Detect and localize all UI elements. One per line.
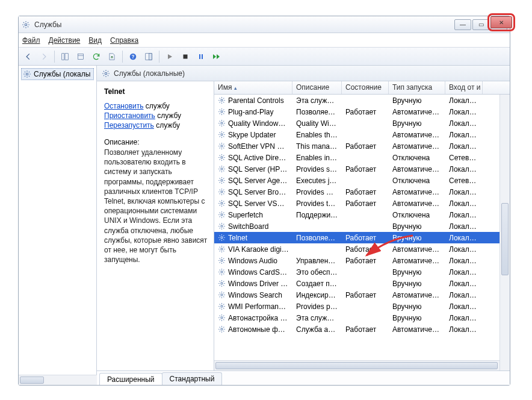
gear-icon <box>218 302 226 311</box>
forward-button[interactable] <box>37 49 51 64</box>
properties-button[interactable] <box>73 49 88 64</box>
gear-icon <box>218 234 226 242</box>
svg-point-20 <box>221 179 223 181</box>
menubar: Файл Действие Вид Справка <box>19 33 510 48</box>
gear-icon <box>218 108 226 116</box>
restart-service-link[interactable]: Перезапустить <box>104 121 154 130</box>
gear-icon <box>218 325 226 334</box>
restart-service-button[interactable] <box>209 49 224 64</box>
gear-icon <box>218 142 226 151</box>
grid-body[interactable]: Parental ControlsЭта служб…ВручнуюЛокаль… <box>214 95 510 360</box>
table-row[interactable]: VIA Karaoke digita…РаботаетАвтоматиче…Ло… <box>214 243 510 255</box>
back-button[interactable] <box>21 49 36 64</box>
console-tree[interactable]: Службы (локалы <box>19 66 97 385</box>
svg-point-19 <box>221 167 223 169</box>
close-button[interactable]: ✕ <box>490 19 507 30</box>
tab-standard[interactable]: Стандартный <box>162 372 223 385</box>
table-row[interactable]: Windows AudioУправлен…РаботаетАвтоматиче… <box>214 255 510 266</box>
svg-point-25 <box>221 236 223 238</box>
table-row[interactable]: SoftEther VPN Cli…This mana…РаботаетАвто… <box>214 140 510 152</box>
table-row[interactable]: WMI Performance…Provides p…ВручнуюЛокаль… <box>214 301 510 312</box>
table-row[interactable]: Plug-and-PlayПозволяет…РаботаетАвтоматич… <box>214 106 510 117</box>
stop-service-button[interactable] <box>178 49 193 64</box>
table-row[interactable]: Parental ControlsЭта служб…ВручнуюЛокаль… <box>214 95 510 106</box>
column-status[interactable]: Состояние <box>342 81 389 94</box>
gear-icon <box>218 188 226 196</box>
gear-icon <box>23 70 31 78</box>
maximize-button[interactable]: ▭ <box>472 19 489 30</box>
show-hide-tree-button[interactable] <box>58 49 72 64</box>
table-row[interactable]: SQL Active Direct…Enables int…ОтключенаС… <box>214 152 510 163</box>
table-row[interactable]: SQL Server BrowserProvides S…РаботаетАвт… <box>214 186 510 198</box>
pause-service-button[interactable] <box>194 49 208 64</box>
toolbar: ? <box>19 48 510 66</box>
refresh-button[interactable] <box>89 49 104 64</box>
table-row[interactable]: Windows Driver F…Создает п…ВручнуюЛокаль… <box>214 278 510 289</box>
svg-rect-10 <box>202 54 203 59</box>
selected-service-name: Telnet <box>104 87 208 96</box>
table-row[interactable]: SQL Server (HPDS…Provides st…РаботаетАвт… <box>214 163 510 175</box>
tree-root-services[interactable]: Службы (локалы <box>21 68 94 80</box>
table-row[interactable]: Quality Windows …Quality Wi…ВручнуюЛокал… <box>214 117 510 129</box>
menu-action[interactable]: Действие <box>49 36 81 45</box>
svg-point-21 <box>221 190 223 192</box>
stop-service-link[interactable]: Остановить <box>104 102 144 110</box>
table-row[interactable]: Windows CardSpa…Это обесп…ВручнуюЛокальн… <box>214 266 510 278</box>
gear-icon <box>218 119 226 128</box>
table-row[interactable]: TelnetПозволяет…РаботаетВручнуюЛокальна <box>214 232 510 243</box>
table-row[interactable]: SQL Server VSS Wr…Provides th…РаботаетАв… <box>214 198 510 209</box>
table-row[interactable]: SuperfetchПоддержи…ОтключенаЛокальна <box>214 209 510 220</box>
tab-extended[interactable]: Расширенный <box>99 373 162 385</box>
export-button[interactable] <box>105 49 119 64</box>
svg-point-15 <box>221 122 223 123</box>
grid-horizontal-scrollbar[interactable] <box>214 360 510 370</box>
action-pane-button[interactable] <box>141 49 156 64</box>
titlebar[interactable]: Службы — ▭ ✕ <box>19 16 510 33</box>
table-row[interactable]: SQL Server Agent …Executes jo…ОтключенаС… <box>214 175 510 186</box>
svg-point-32 <box>221 316 223 318</box>
start-service-button[interactable] <box>162 49 177 64</box>
gear-icon <box>218 177 226 185</box>
menu-view[interactable]: Вид <box>88 36 102 45</box>
pane-header-label: Службы (локальные) <box>114 69 185 78</box>
column-startup[interactable]: Тип запуска <box>389 81 445 94</box>
svg-point-31 <box>221 305 223 307</box>
svg-rect-1 <box>62 53 64 60</box>
gear-icon <box>218 96 226 105</box>
table-row[interactable]: Skype UpdaterEnables th…Автоматиче…Локал… <box>214 129 510 140</box>
svg-rect-2 <box>65 53 68 60</box>
sort-asc-icon: ▴ <box>234 85 237 91</box>
svg-point-29 <box>221 282 223 284</box>
svg-point-12 <box>105 72 107 75</box>
column-description[interactable]: Описание <box>292 81 342 94</box>
table-row[interactable]: Автонастройка W…Эта служб…ВручнуюЛокальн… <box>214 312 510 323</box>
column-name[interactable]: Имя▴ <box>214 81 292 94</box>
description-label: Описание: <box>104 138 208 146</box>
menu-file[interactable]: Файл <box>22 36 40 45</box>
gear-icon <box>218 199 226 208</box>
minimize-button[interactable]: — <box>454 19 471 30</box>
menu-help[interactable]: Справка <box>110 36 138 45</box>
svg-point-33 <box>221 328 223 330</box>
services-window: Службы — ▭ ✕ Файл Действие Вид Справка ? <box>18 16 510 386</box>
pause-service-link[interactable]: Приостановить <box>104 111 155 120</box>
svg-point-27 <box>221 259 223 261</box>
window-title: Службы <box>34 20 454 29</box>
table-row[interactable]: Автономные фай…Служба ав…РаботаетАвтомат… <box>214 323 510 335</box>
svg-point-18 <box>221 156 223 158</box>
help-button[interactable]: ? <box>126 49 140 64</box>
tree-horizontal-scrollbar[interactable] <box>19 375 97 385</box>
table-row[interactable]: Windows SearchИндексиро…РаботаетАвтомати… <box>214 289 510 301</box>
svg-rect-8 <box>184 54 188 58</box>
svg-point-26 <box>221 248 223 249</box>
svg-text:?: ? <box>132 54 135 59</box>
svg-rect-3 <box>78 54 83 59</box>
svg-point-23 <box>221 213 223 215</box>
grid-vertical-scrollbar[interactable] <box>500 95 510 370</box>
svg-point-30 <box>221 293 223 295</box>
gear-icon <box>218 165 226 173</box>
column-logon[interactable]: Вход от и <box>445 81 483 94</box>
svg-point-14 <box>221 110 223 112</box>
table-row[interactable]: SwitchBoardВручнуюЛокальна <box>214 220 510 232</box>
gear-icon <box>218 257 226 265</box>
